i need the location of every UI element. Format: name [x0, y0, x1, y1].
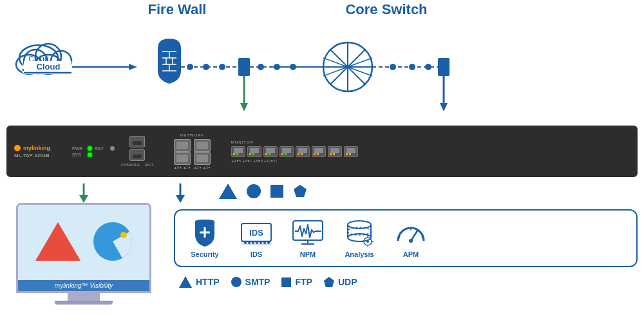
cs-dot-2 [409, 64, 415, 70]
port-num-23: ▲2▼ ▲3▼ [194, 165, 211, 169]
mon-port-extra [296, 146, 310, 157]
mon-port-89 [263, 146, 278, 157]
svg-line-58 [411, 230, 418, 241]
pwr-led [88, 146, 92, 151]
mon-port-1011 [279, 146, 294, 157]
apm-label: APM [403, 250, 419, 258]
security-icon [189, 218, 221, 247]
npm-svg [292, 218, 324, 247]
security-label: Security [191, 250, 218, 258]
tap-dot-1 [258, 64, 264, 70]
network-port-3 [194, 152, 211, 165]
svg-marker-28 [294, 185, 307, 197]
monitor-tap-box [438, 58, 450, 76]
monitor-base [55, 301, 113, 305]
rst-label: RST [95, 146, 108, 151]
udp-label: UDP [338, 277, 357, 287]
pwr-led-row: PWR RST [72, 146, 115, 151]
svg-point-44 [348, 221, 371, 229]
sys-label: SYS [72, 153, 85, 157]
arrow-to-fw [129, 64, 137, 70]
brand-logo: mylinking [14, 145, 50, 151]
mon-port-45 [231, 146, 245, 157]
visibility-label: mylinking™ Visibility [18, 280, 149, 291]
shape-triangle-top [219, 183, 237, 199]
console-port [129, 136, 145, 147]
svg-point-59 [409, 239, 413, 243]
network-port-row: ▲0▼ ▲1▼ ▲2▼ ▲3▼ [174, 139, 211, 169]
analysis-icon [343, 218, 375, 247]
monitor-port-row [231, 146, 358, 157]
npm-icon [292, 218, 324, 247]
cloud-text: Cloud [37, 62, 61, 71]
cs-dot-3 [425, 64, 431, 70]
ids-label: IDS [251, 250, 262, 258]
mon-port-extra2 [312, 146, 326, 157]
monitor-ports: MONITOR [231, 140, 630, 163]
led-area: PWR RST SYS [72, 146, 115, 157]
down-arrow-left [77, 183, 90, 203]
network-port-1 [174, 152, 191, 165]
mgt-label: MGT [145, 163, 153, 167]
network-port-2 [194, 139, 211, 152]
shape-pentagon-top [293, 184, 307, 198]
firewall-icon [158, 39, 181, 84]
http-label: HTTP [196, 277, 220, 287]
bottom-section: mylinking™ Visibility [6, 183, 638, 323]
monitor-stand [68, 293, 100, 301]
model-name: ML-TAP-1201B [14, 153, 50, 158]
console-port-group: CONSOLE MGT [121, 136, 154, 167]
network-label: NETWORK [180, 133, 205, 137]
monitor-icons [35, 222, 132, 261]
shape-circle-top [247, 184, 261, 198]
line-dot-1 [187, 64, 193, 70]
proto-smtp: SMTP [231, 277, 270, 287]
ids-icon: IDS [240, 218, 272, 247]
ids-svg: IDS [240, 218, 272, 247]
coreswitch-label: Core Switch [345, 1, 427, 17]
tool-ids: IDS IDS [237, 218, 276, 258]
svg-marker-25 [79, 195, 88, 203]
analysis-label: Analysis [345, 250, 374, 258]
brand-area: mylinking ML-TAP-1201B [14, 145, 66, 158]
line-dot-2 [203, 64, 209, 70]
proto-http: HTTP [179, 276, 220, 288]
brand-name: mylinking [23, 145, 50, 151]
visibility-section: mylinking™ Visibility [6, 183, 161, 323]
network-tap-box [238, 58, 250, 76]
tool-security: Security [185, 218, 224, 258]
tool-npm: NPM [289, 218, 327, 258]
down-arrow-right [174, 183, 187, 203]
sys-led [88, 153, 92, 157]
shapes-row [200, 183, 307, 199]
mon-port-labels: ▲4▼5 ▲6▼7 ▲8▼9 ▲10▼11 [231, 159, 278, 163]
npm-label: NPM [300, 250, 316, 258]
coreswitch-icon [323, 42, 372, 91]
mon-port-extra3 [328, 146, 342, 157]
http-triangle-icon [179, 276, 192, 288]
brand-dot [14, 145, 21, 151]
smtp-circle-icon [231, 277, 242, 287]
tool-analysis: Analysis [340, 218, 379, 258]
svg-marker-27 [176, 195, 185, 203]
network-ports: NETWORK ▲0▼ ▲1▼ ▲2▼ ▲3▼ [160, 133, 225, 169]
monitor-label: MONITOR [231, 140, 254, 144]
tools-box: Security IDS [174, 209, 638, 267]
shape-square-top [270, 185, 283, 198]
console-label: CONSOLE [121, 163, 140, 167]
cs-dot-1 [390, 64, 396, 70]
apm-svg [395, 218, 427, 247]
network-port-0 [174, 139, 191, 152]
mon-port-extra4 [344, 146, 358, 157]
triangle-icon [35, 222, 80, 261]
mon-port-67 [247, 146, 261, 157]
line-dot-3 [219, 64, 225, 70]
sys-led-row: SYS [72, 153, 115, 157]
rst-led [110, 146, 115, 151]
protocol-row: HTTP SMTP FTP UDP [174, 276, 638, 288]
apm-icon [395, 218, 427, 247]
tap-down-arrow [240, 103, 248, 111]
tools-section: Security IDS [174, 183, 638, 323]
udp-pentagon-icon [324, 277, 334, 287]
proto-udp: UDP [324, 277, 357, 287]
